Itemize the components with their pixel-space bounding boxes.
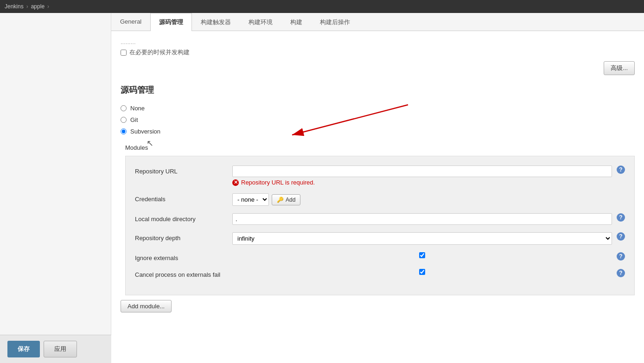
content-area: ......... 在必要的时候并发构建 高级... 源码管理 None xyxy=(111,31,644,320)
scm-subversion-option[interactable]: Subversion xyxy=(121,128,635,135)
repo-depth-select[interactable]: infinity empty files immediates xyxy=(232,232,612,245)
advanced-button[interactable]: 高级... xyxy=(604,61,635,75)
repo-depth-row: Repository depth infinity empty files im… xyxy=(135,232,625,245)
scm-git-radio[interactable] xyxy=(121,117,127,123)
repo-depth-help[interactable]: ? xyxy=(617,232,625,241)
save-button[interactable]: 保存 xyxy=(7,341,40,357)
key-icon: 🔑 xyxy=(277,197,284,203)
local-dir-row: Local module directory ? xyxy=(135,213,625,225)
repo-url-error: ✕ Repository URL is required. xyxy=(232,179,612,186)
left-sidebar: 保存 应用 xyxy=(0,13,111,363)
nav-apple[interactable]: apple xyxy=(31,3,45,10)
advanced-btn-row: 高级... xyxy=(121,61,635,75)
repo-url-field: ✕ Repository URL is required. xyxy=(232,166,612,186)
ignore-externals-help[interactable]: ? xyxy=(617,252,625,261)
scm-none-label: None xyxy=(130,105,145,112)
repo-url-help[interactable]: ? xyxy=(617,166,625,174)
nav-sep2: › xyxy=(47,3,49,10)
tab-post[interactable]: 构建后操作 xyxy=(311,13,359,31)
scm-git-label: Git xyxy=(130,116,138,123)
ignore-externals-checkbox[interactable] xyxy=(232,252,612,258)
scm-none-radio[interactable] xyxy=(121,105,127,111)
scm-subversion-radio[interactable] xyxy=(121,128,127,134)
parallel-build-checkbox[interactable] xyxy=(121,50,127,56)
repo-url-row: Repository URL ✕ Repository URL is requi… xyxy=(135,166,625,186)
credentials-field: - none - 🔑 Add xyxy=(232,193,612,206)
local-dir-help[interactable]: ? xyxy=(617,213,625,222)
cancel-on-fail-help[interactable]: ? xyxy=(617,269,625,277)
cancel-on-fail-label: Cancel process on externals fail xyxy=(135,269,228,278)
repo-depth-label: Repository depth xyxy=(135,232,228,242)
credentials-dropdown[interactable]: - none - xyxy=(232,193,269,206)
nav-sep1: › xyxy=(26,3,28,10)
nav-jenkins[interactable]: Jenkins xyxy=(5,3,24,10)
tabs-bar: General 源码管理 构建触发器 构建环境 构建 构建后操作 xyxy=(111,13,644,31)
repo-url-error-text: Repository URL is required. xyxy=(241,179,315,186)
scm-none-option[interactable]: None xyxy=(121,105,635,112)
ignore-externals-label: Ignore externals xyxy=(135,252,228,261)
cancel-on-fail-row: Cancel process on externals fail ? xyxy=(135,269,625,278)
section-title: 源码管理 xyxy=(121,84,635,96)
repo-depth-field: infinity empty files immediates xyxy=(232,232,612,245)
modules-label: Modules xyxy=(125,144,635,151)
add-credentials-label: Add xyxy=(286,197,295,203)
ignore-externals-row: Ignore externals ? xyxy=(135,252,625,261)
add-module-button[interactable]: Add module... xyxy=(121,300,172,312)
add-credentials-button[interactable]: 🔑 Add xyxy=(272,194,300,205)
parallel-build-row: 在必要的时候并发构建 xyxy=(121,48,635,57)
ignore-externals-field xyxy=(232,252,612,258)
local-dir-input[interactable] xyxy=(232,213,612,225)
tab-source[interactable]: 源码管理 xyxy=(150,13,192,31)
credentials-select-row: - none - 🔑 Add xyxy=(232,193,612,206)
svn-panel: Repository URL ✕ Repository URL is requi… xyxy=(125,156,635,295)
scm-subversion-label: Subversion xyxy=(130,128,160,135)
cut-off-text: ......... xyxy=(121,38,635,45)
parallel-build-label: 在必要的时候并发构建 xyxy=(129,48,190,57)
credentials-row: Credentials - none - 🔑 Add xyxy=(135,193,625,206)
error-icon: ✕ xyxy=(232,179,239,186)
top-nav: Jenkins › apple › xyxy=(0,0,644,13)
tab-environment[interactable]: 构建环境 xyxy=(240,13,281,31)
credentials-label: Credentials xyxy=(135,193,228,203)
scm-subversion-wrapper: Subversion ↖ xyxy=(121,128,635,135)
cancel-on-fail-checkbox[interactable] xyxy=(232,269,612,275)
tab-triggers[interactable]: 构建触发器 xyxy=(192,13,240,31)
apply-button[interactable]: 应用 xyxy=(44,341,77,357)
add-module-row: Add module... xyxy=(121,300,635,312)
scm-radio-group: None Git xyxy=(121,105,635,135)
scm-git-option[interactable]: Git xyxy=(121,116,635,123)
cancel-on-fail-field xyxy=(232,269,612,275)
action-bar: 保存 应用 xyxy=(0,335,111,363)
local-dir-label: Local module directory xyxy=(135,213,228,223)
tab-build[interactable]: 构建 xyxy=(281,13,311,31)
repo-url-label: Repository URL xyxy=(135,166,228,175)
tab-general[interactable]: General xyxy=(111,13,150,31)
main-content: General 源码管理 构建触发器 构建环境 构建 构建后操作 .......… xyxy=(111,13,644,363)
local-dir-field xyxy=(232,213,612,225)
repo-url-input[interactable] xyxy=(232,166,612,177)
